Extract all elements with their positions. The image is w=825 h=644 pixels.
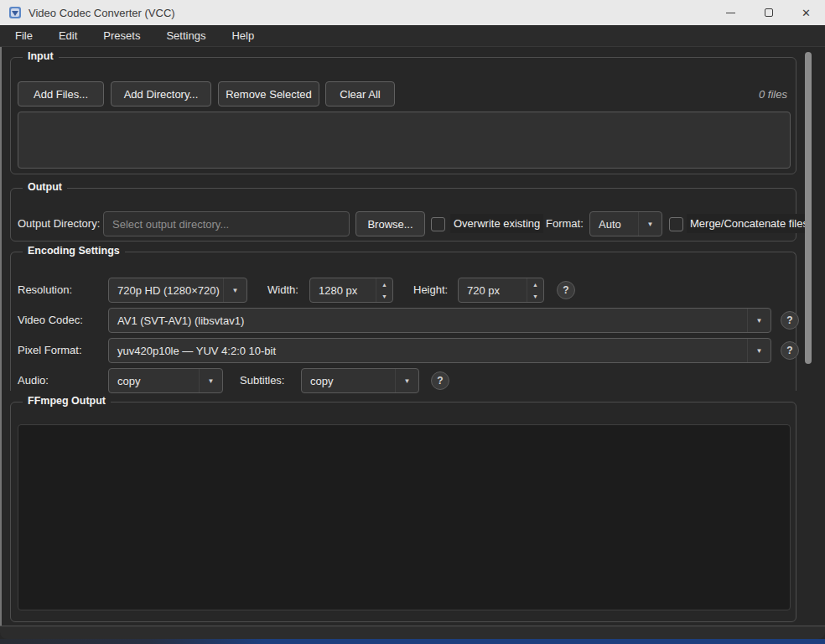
width-label: Width:	[267, 278, 298, 303]
output-group: Output Output Directory: Browse... Overw…	[10, 188, 796, 242]
pixel-format-help-button[interactable]: ?	[781, 341, 799, 360]
input-group: Input Add Files... Add Directory... Remo…	[10, 57, 796, 174]
chevron-down-icon: ▼	[747, 339, 771, 362]
menu-bar: File Edit Presets Settings Help	[0, 25, 825, 47]
menu-item-edit[interactable]: Edit	[55, 29, 80, 42]
pixel-format-dropdown[interactable]: yuv420p10le — YUV 4:2:0 10-bit ▼	[108, 338, 771, 363]
audio-subtitles-help-button[interactable]: ?	[431, 371, 449, 390]
chevron-down-icon: ▼	[747, 309, 771, 332]
video-codec-dropdown[interactable]: AV1 (SVT-AV1) (libsvtav1) ▼	[108, 308, 771, 333]
video-codec-label: Video Codec:	[18, 308, 83, 333]
menu-item-help[interactable]: Help	[228, 29, 257, 42]
spin-up-icon[interactable]: ▲	[376, 278, 392, 290]
window-title: Video Codec Converter (VCC)	[29, 7, 175, 19]
resolution-dropdown[interactable]: 720p HD (1280×720) ▼	[108, 278, 247, 303]
chevron-down-icon: ▼	[223, 278, 246, 302]
status-bar	[0, 626, 825, 639]
add-files-button[interactable]: Add Files...	[18, 81, 104, 106]
chevron-down-icon: ▼	[199, 369, 222, 392]
window-left-border	[0, 47, 2, 626]
input-file-list[interactable]	[18, 112, 791, 169]
audio-value: copy	[109, 369, 199, 392]
height-spin-arrows: ▲ ▼	[527, 278, 543, 302]
encoding-settings-group: Encoding Settings Resolution: 720p HD (1…	[10, 252, 796, 391]
subtitles-label: Subtitles:	[240, 368, 284, 393]
chevron-down-icon: ▼	[638, 212, 662, 236]
video-codec-value: AV1 (SVT-AV1) (libsvtav1)	[109, 309, 747, 332]
chevron-down-icon: ▼	[395, 369, 418, 392]
width-spinner[interactable]: 1280 px ▲ ▼	[309, 278, 393, 303]
height-value: 720 px	[459, 278, 527, 302]
ffmpeg-output-group: FFmpeg Output	[10, 402, 796, 622]
window-controls: ✕	[712, 0, 825, 25]
video-codec-help-button[interactable]: ?	[781, 311, 799, 330]
resolution-label: Resolution:	[18, 278, 72, 303]
overwrite-checkbox[interactable]	[431, 217, 445, 231]
spin-up-icon[interactable]: ▲	[527, 278, 543, 290]
ffmpeg-output-log[interactable]	[18, 424, 791, 610]
minimize-button[interactable]	[712, 0, 750, 25]
close-button[interactable]: ✕	[787, 0, 825, 25]
ffmpeg-output-title: FFmpeg Output	[23, 395, 111, 407]
scrollbar-thumb[interactable]	[805, 52, 812, 364]
menu-item-settings[interactable]: Settings	[163, 29, 209, 42]
encoding-settings-title: Encoding Settings	[23, 245, 125, 257]
maximize-button[interactable]	[750, 0, 787, 25]
audio-dropdown[interactable]: copy ▼	[108, 368, 223, 393]
format-label: Format:	[546, 211, 584, 236]
close-icon: ✕	[802, 7, 811, 19]
overwrite-label: Overwrite existing	[450, 214, 543, 233]
format-value: Auto	[590, 212, 638, 236]
height-spinner[interactable]: 720 px ▲ ▼	[458, 278, 544, 303]
pixel-format-value: yuv420p10le — YUV 4:2:0 10-bit	[109, 339, 747, 362]
menu-item-presets[interactable]: Presets	[100, 29, 143, 42]
merge-label: Merge/Concatenate files	[687, 214, 812, 233]
resolution-help-button[interactable]: ?	[557, 281, 575, 299]
minimize-icon	[726, 13, 735, 13]
add-directory-button[interactable]: Add Directory...	[111, 81, 211, 106]
spin-down-icon[interactable]: ▼	[527, 290, 543, 302]
app-icon[interactable]	[8, 6, 22, 19]
subtitles-value: copy	[302, 369, 395, 392]
remove-selected-button[interactable]: Remove Selected	[218, 81, 319, 106]
input-group-title: Input	[23, 50, 59, 62]
output-group-title: Output	[23, 181, 67, 193]
clear-all-button[interactable]: Clear All	[325, 81, 395, 106]
file-count-label: 0 files	[759, 88, 787, 101]
format-dropdown[interactable]: Auto ▼	[589, 211, 662, 236]
merge-checkbox[interactable]	[669, 217, 683, 231]
spin-down-icon[interactable]: ▼	[376, 290, 392, 302]
subtitles-dropdown[interactable]: copy ▼	[301, 368, 419, 393]
resolution-value: 720p HD (1280×720)	[109, 278, 223, 302]
title-bar: Video Codec Converter (VCC) ✕	[0, 0, 825, 25]
maximize-icon	[765, 8, 773, 17]
width-spin-arrows: ▲ ▼	[376, 278, 392, 302]
output-directory-label: Output Directory:	[18, 211, 100, 236]
desktop-background	[0, 639, 825, 644]
audio-label: Audio:	[18, 368, 49, 393]
pixel-format-label: Pixel Format:	[18, 338, 82, 363]
browse-button[interactable]: Browse...	[355, 211, 425, 236]
output-directory-input[interactable]	[103, 211, 350, 236]
menu-item-file[interactable]: File	[12, 29, 36, 42]
vertical-scrollbar[interactable]	[802, 49, 814, 624]
width-value: 1280 px	[310, 278, 376, 302]
height-label: Height:	[413, 278, 448, 303]
